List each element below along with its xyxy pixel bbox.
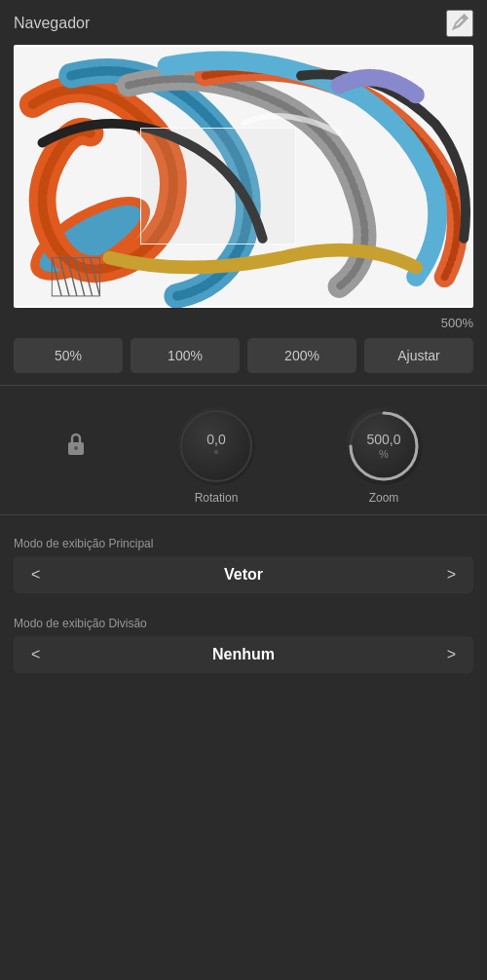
zoom-knob-wrapper: 500,0 % Zoom (345, 407, 423, 505)
zoom-knob-unit: % (379, 448, 389, 460)
rotation-knob-wrapper: 0,0 ° Rotation (177, 407, 255, 505)
display-mode-principal-section: Modo de exibição Principal < Vetor > (0, 527, 487, 607)
display-mode-principal-title: Modo de exibição Principal (14, 537, 473, 550)
rotation-unit: ° (214, 448, 218, 460)
preview-area[interactable] (14, 45, 473, 308)
display-mode-divisao-title: Modo de exibição Divisão (14, 617, 473, 630)
pin-button[interactable] (446, 10, 473, 37)
zoom-percent-value: 500% (441, 316, 473, 330)
display-mode-divisao-value: Nenhum (212, 646, 275, 663)
display-mode-divisao-section: Modo de exibição Divisão < Nenhum > (0, 607, 487, 687)
rotation-label: Rotation (195, 491, 239, 505)
zoom-knob-value: 500,0 (366, 433, 400, 447)
knob-section: 0,0 ° Rotation 500,0 % Zoom (0, 397, 487, 514)
display-mode-principal-selector: < Vetor > (14, 556, 473, 593)
divider-2 (0, 514, 487, 515)
zoom-100-button[interactable]: 100% (131, 338, 240, 373)
display-mode-principal-prev[interactable]: < (27, 566, 44, 584)
display-mode-divisao-prev[interactable]: < (27, 646, 44, 663)
divider-1 (0, 385, 487, 386)
lock-icon[interactable] (64, 430, 88, 463)
viewport-overlay (140, 128, 296, 245)
zoom-label: Zoom (369, 491, 399, 505)
current-zoom-label: 500% (0, 314, 487, 338)
zoom-200-button[interactable]: 200% (247, 338, 356, 373)
panel-title: Navegador (14, 15, 90, 32)
panel-header: Navegador (0, 0, 487, 45)
display-mode-divisao-next[interactable]: > (443, 646, 460, 663)
zoom-fit-button[interactable]: Ajustar (364, 338, 473, 373)
zoom-buttons-row: 50% 100% 200% Ajustar (0, 338, 487, 385)
zoom-knob[interactable]: 500,0 % (345, 407, 423, 485)
display-mode-principal-next[interactable]: > (443, 566, 460, 584)
display-mode-divisao-selector: < Nenhum > (14, 636, 473, 673)
rotation-knob[interactable]: 0,0 ° (177, 407, 255, 485)
zoom-50-button[interactable]: 50% (14, 338, 123, 373)
svg-point-12 (74, 446, 78, 450)
display-mode-principal-value: Vetor (224, 566, 263, 584)
rotation-value: 0,0 (206, 433, 225, 447)
